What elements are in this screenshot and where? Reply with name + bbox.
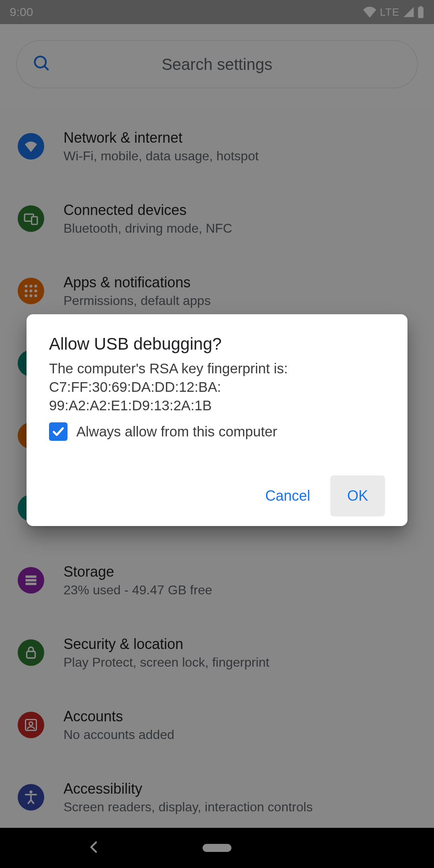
dialog-body: The computer's RSA key fingerprint is: C… <box>49 359 385 415</box>
dialog-title: Allow USB debugging? <box>49 334 385 354</box>
fingerprint-line2: 99:A2:A2:E1:D9:13:2A:1B <box>49 397 212 413</box>
cancel-button[interactable]: Cancel <box>251 475 325 516</box>
usb-debugging-dialog: Allow USB debugging? The computer's RSA … <box>27 314 407 526</box>
fingerprint-line1: C7:FF:30:69:DA:DD:12:BA: <box>49 379 221 395</box>
dialog-body-intro: The computer's RSA key fingerprint is: <box>49 360 288 376</box>
ok-button[interactable]: OK <box>330 475 385 516</box>
dialog-actions: Cancel OK <box>49 475 385 516</box>
always-allow-checkbox[interactable] <box>49 422 68 441</box>
always-allow-row[interactable]: Always allow from this computer <box>49 422 385 441</box>
checkmark-icon <box>51 424 66 439</box>
always-allow-label: Always allow from this computer <box>76 424 277 440</box>
